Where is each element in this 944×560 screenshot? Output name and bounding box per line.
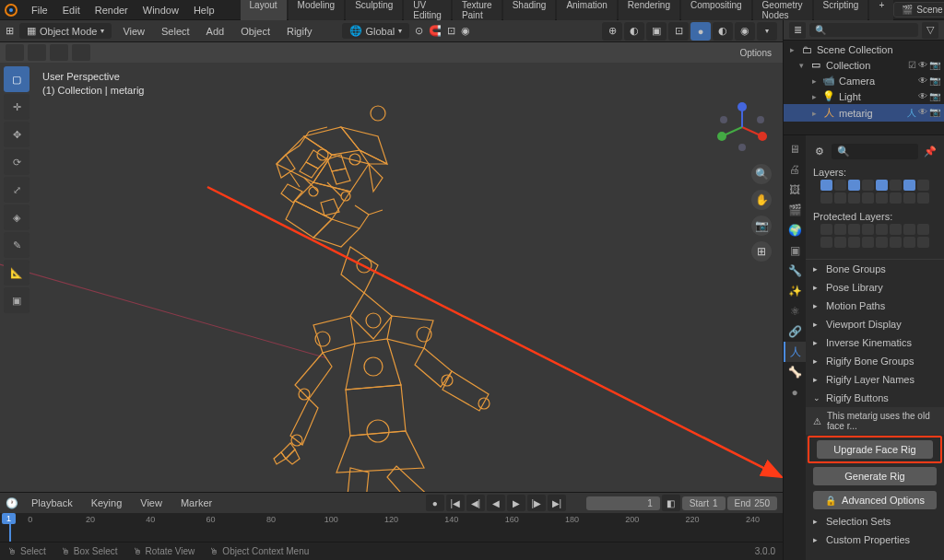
shade-solid-button[interactable]: ● xyxy=(690,22,711,41)
select-mode-btn3[interactable] xyxy=(50,44,68,61)
tool-scale[interactable]: ⤢ xyxy=(4,177,30,203)
camera-button[interactable]: 📷 xyxy=(751,216,772,236)
tab-uv[interactable]: UV Editing xyxy=(404,0,451,23)
render-toggle[interactable]: 📷 xyxy=(929,76,940,86)
tool-addcube[interactable]: ▣ xyxy=(4,287,30,313)
zoom-button[interactable]: 🔍 xyxy=(751,164,772,184)
prop-tab-object[interactable]: ▣ xyxy=(784,240,806,261)
jump-end-button[interactable]: ▶| xyxy=(548,495,566,511)
prop-tab-particles[interactable]: ✨ xyxy=(784,281,806,301)
render-toggle[interactable]: 📷 xyxy=(929,60,940,70)
outliner-metarig[interactable]: ▸ 人 metarig 人 👁 📷 xyxy=(784,104,944,122)
section-bone-groups[interactable]: ▸Bone Groups xyxy=(806,260,944,278)
tool-rotate[interactable]: ⟳ xyxy=(4,149,30,175)
section-custom-props[interactable]: ▸Custom Properties xyxy=(806,531,944,549)
section-rigify-buttons[interactable]: ⌄Rigify Buttons xyxy=(806,389,944,407)
shade-wire-button[interactable]: ⊡ xyxy=(668,22,689,41)
viewport-toggle[interactable]: ☑ xyxy=(908,60,916,70)
menu-rigify[interactable]: Rigify xyxy=(281,24,318,39)
prop-tab-bone[interactable]: 🦴 xyxy=(784,362,806,382)
editor-type-icon[interactable]: ⊞ xyxy=(6,25,14,37)
section-rigify-layer-names[interactable]: ▸Rigify Layer Names xyxy=(806,370,944,389)
options-button[interactable]: Options xyxy=(735,46,777,60)
advanced-options-button[interactable]: 🔒Advanced Options xyxy=(813,491,937,509)
armature-toggle[interactable]: 人 xyxy=(907,107,916,120)
menu-object[interactable]: Object xyxy=(235,24,276,39)
menu-select[interactable]: Select xyxy=(156,24,195,39)
eye-toggle[interactable]: 👁 xyxy=(918,107,927,120)
menu-keying[interactable]: Keying xyxy=(86,496,128,510)
shade-options-button[interactable]: ▾ xyxy=(757,22,777,41)
current-frame-field[interactable]: 1 xyxy=(586,496,660,510)
preview-range-button[interactable]: ◧ xyxy=(662,495,680,511)
tab-layout[interactable]: Layout xyxy=(241,0,287,23)
eye-toggle[interactable]: 👁 xyxy=(918,60,927,70)
tool-cursor[interactable]: ✛ xyxy=(4,94,30,120)
render-toggle[interactable]: 📷 xyxy=(929,91,940,101)
mode-dropdown[interactable]: ▦ Object Mode ▾ xyxy=(19,23,112,39)
tab-add[interactable]: + xyxy=(869,0,893,23)
outliner-collection[interactable]: ▾ ▭ Collection ☑ 👁 📷 xyxy=(784,57,944,73)
start-frame-field[interactable]: Start 1 xyxy=(682,496,726,510)
prop-tab-physics[interactable]: ⚛ xyxy=(784,301,806,321)
tab-modeling[interactable]: Modeling xyxy=(289,0,345,23)
overlay-button[interactable]: ◐ xyxy=(624,22,644,41)
menu-view[interactable]: View xyxy=(117,24,150,39)
tool-measure[interactable]: 📐 xyxy=(4,260,30,286)
disclosure-icon[interactable]: ▸ xyxy=(809,92,819,101)
timeline-editor-icon[interactable]: 🕐 xyxy=(6,497,18,509)
pivot-button[interactable]: ⊙ xyxy=(415,25,423,37)
menu-add[interactable]: Add xyxy=(201,24,230,39)
outliner-scene[interactable]: ▸ 🗀 Scene Collection xyxy=(784,42,944,57)
disclosure-icon[interactable]: ▸ xyxy=(809,109,819,118)
prop-tab-scene[interactable]: 🎬 xyxy=(784,200,806,220)
select-mode-btn2[interactable] xyxy=(28,44,46,61)
properties-search[interactable]: 🔍 xyxy=(832,144,918,159)
orientation-dropdown[interactable]: 🌐 Global ▾ xyxy=(342,23,410,39)
outliner-search[interactable]: 🔍 xyxy=(809,23,918,37)
section-motion-paths[interactable]: ▸Motion Paths xyxy=(806,297,944,315)
eye-toggle[interactable]: 👁 xyxy=(918,76,927,86)
snap-button[interactable]: 🧲 xyxy=(429,25,442,37)
timeline-track[interactable]: 0 20 40 60 80 100 120 140 160 180 200 22… xyxy=(0,513,783,542)
tab-rendering[interactable]: Rendering xyxy=(619,0,679,23)
disclosure-icon[interactable]: ▸ xyxy=(809,76,819,86)
prop-tab-modifier[interactable]: 🔧 xyxy=(784,261,806,281)
section-selection-sets[interactable]: ▸Selection Sets xyxy=(806,512,944,531)
blender-logo-icon[interactable] xyxy=(4,3,18,18)
tab-animation[interactable]: Animation xyxy=(557,0,616,23)
tab-geonodes[interactable]: Geometry Nodes xyxy=(753,0,812,23)
menu-playback[interactable]: Playback xyxy=(26,496,78,510)
tool-move[interactable]: ✥ xyxy=(4,122,30,147)
select-mode-btn[interactable] xyxy=(6,44,24,61)
play-rev-button[interactable]: ◀ xyxy=(487,495,505,511)
shade-render-button[interactable]: ◉ xyxy=(735,22,755,41)
menu-edit[interactable]: Edit xyxy=(55,3,88,18)
tool-annotate[interactable]: ✎ xyxy=(4,232,30,258)
menu-view[interactable]: View xyxy=(135,496,168,510)
outliner-editor-icon[interactable]: ≣ xyxy=(789,22,806,39)
section-viewport-display[interactable]: ▸Viewport Display xyxy=(806,315,944,333)
options-icon[interactable]: ⚙ xyxy=(811,143,828,159)
gizmos-button[interactable]: ⊕ xyxy=(602,22,622,41)
prop-edit-button[interactable]: ◉ xyxy=(461,25,470,37)
section-rigify-bone-groups[interactable]: ▸Rigify Bone Groups xyxy=(806,352,944,370)
menu-help[interactable]: Help xyxy=(186,3,222,18)
render-toggle[interactable]: 📷 xyxy=(929,107,940,120)
menu-render[interactable]: Render xyxy=(88,3,136,18)
section-ik[interactable]: ▸Inverse Kinematics xyxy=(806,333,944,352)
tool-transform[interactable]: ◈ xyxy=(4,204,30,230)
select-mode-btn4[interactable] xyxy=(72,44,90,61)
prop-tab-render[interactable]: 🖥 xyxy=(784,139,806,159)
prop-tab-output[interactable]: 🖨 xyxy=(784,159,806,180)
snap-target-button[interactable]: ⊡ xyxy=(447,25,455,37)
tab-shading[interactable]: Shading xyxy=(503,0,556,23)
tab-scripting[interactable]: Scripting xyxy=(814,0,868,23)
keyframe-prev-button[interactable]: ◀| xyxy=(466,495,485,511)
menu-file[interactable]: File xyxy=(24,3,55,18)
persp-button[interactable]: ⊞ xyxy=(751,241,772,262)
disclosure-icon[interactable]: ▸ xyxy=(787,45,796,54)
prop-tab-material[interactable]: ● xyxy=(784,382,806,402)
tab-texpaint[interactable]: Texture Paint xyxy=(453,0,502,23)
prop-tab-armature[interactable]: 人 xyxy=(784,342,806,362)
